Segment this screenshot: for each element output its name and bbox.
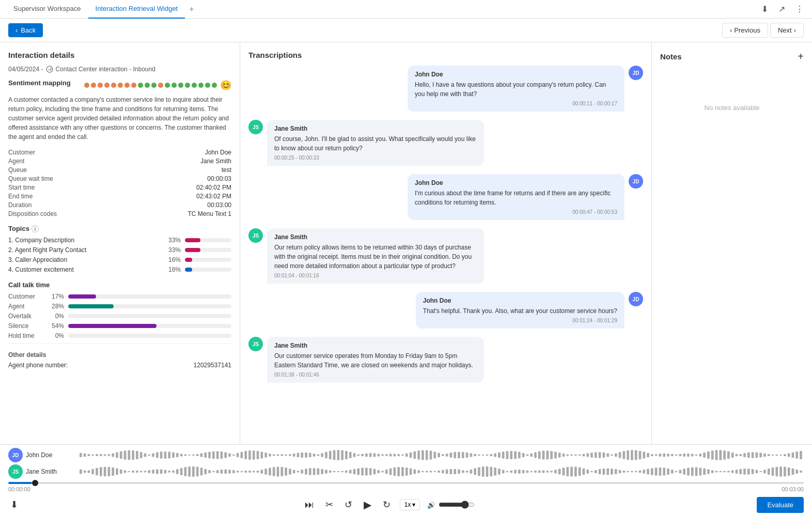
- svg-rect-112: [526, 454, 529, 456]
- svg-rect-47: [264, 452, 267, 457]
- svg-rect-118: [550, 451, 553, 459]
- back-button[interactable]: ‹ Back: [8, 23, 43, 37]
- svg-rect-345: [739, 469, 742, 474]
- svg-rect-186: [100, 467, 102, 476]
- svg-rect-203: [168, 471, 170, 473]
- download-audio-button[interactable]: ⬇: [8, 497, 20, 512]
- tab-supervisor[interactable]: Supervisor Workspace: [6, 0, 88, 19]
- svg-rect-128: [590, 452, 593, 458]
- svg-rect-225: [257, 471, 259, 473]
- evaluate-button[interactable]: Evaluate: [757, 497, 804, 513]
- svg-rect-24: [172, 452, 175, 458]
- svg-rect-272: [446, 470, 448, 474]
- svg-rect-125: [579, 455, 581, 456]
- add-tab-button[interactable]: +: [187, 3, 196, 16]
- current-time: 00:00:00: [8, 486, 30, 492]
- svg-rect-160: [719, 450, 722, 460]
- svg-rect-164: [736, 454, 738, 457]
- svg-rect-171: [763, 454, 766, 457]
- play-button[interactable]: ▶: [362, 496, 373, 513]
- previous-button[interactable]: ‹ Previous: [722, 23, 768, 38]
- svg-rect-193: [128, 471, 130, 472]
- svg-rect-101: [482, 455, 485, 456]
- svg-rect-237: [305, 469, 307, 474]
- svg-rect-192: [124, 471, 127, 473]
- svg-rect-42: [244, 451, 247, 459]
- svg-rect-6: [100, 454, 102, 456]
- svg-rect-33: [208, 452, 211, 459]
- progress-thumb: [32, 480, 38, 486]
- svg-rect-330: [679, 470, 682, 474]
- svg-rect-25: [176, 453, 179, 457]
- talk-bar-bg: [68, 314, 231, 318]
- svg-rect-45: [257, 451, 259, 459]
- svg-rect-340: [719, 471, 722, 472]
- svg-rect-142: [647, 453, 649, 457]
- track1-avatar: JD: [8, 448, 23, 462]
- transcriptions-title: Transcriptions: [248, 51, 643, 59]
- svg-rect-304: [574, 467, 577, 477]
- svg-rect-227: [264, 469, 267, 474]
- svg-rect-179: [795, 451, 798, 459]
- svg-rect-287: [506, 471, 509, 473]
- skip-back-button[interactable]: ⏭: [303, 497, 316, 512]
- svg-rect-55: [297, 453, 300, 457]
- svg-rect-7: [104, 454, 106, 456]
- svg-rect-229: [273, 467, 275, 476]
- svg-rect-334: [695, 467, 698, 476]
- svg-rect-356: [784, 467, 786, 477]
- svg-rect-196: [140, 471, 143, 473]
- svg-rect-178: [792, 452, 794, 458]
- notes-header: Notes +: [660, 51, 804, 63]
- svg-rect-313: [611, 469, 613, 475]
- next-button[interactable]: Next ›: [770, 23, 804, 38]
- messages-list: John Doe Hello, I have a few questions a…: [248, 66, 643, 383]
- download-icon[interactable]: ⬇: [759, 2, 770, 16]
- svg-rect-238: [309, 468, 311, 475]
- volume-slider[interactable]: [439, 501, 475, 509]
- svg-rect-327: [667, 469, 669, 475]
- svg-rect-155: [699, 454, 701, 457]
- speed-button[interactable]: 1x ▾: [400, 499, 420, 510]
- tab-widget[interactable]: Interaction Retrieval Widget: [88, 0, 185, 19]
- svg-rect-68: [349, 452, 352, 458]
- svg-rect-96: [462, 452, 464, 458]
- svg-rect-180: [800, 451, 802, 459]
- svg-rect-145: [659, 454, 662, 457]
- svg-rect-348: [752, 469, 754, 474]
- svg-rect-335: [699, 467, 701, 475]
- svg-rect-353: [772, 467, 774, 476]
- svg-rect-94: [454, 452, 456, 458]
- svg-rect-48: [269, 454, 271, 457]
- main-content: Interaction details 04/05/2024 - Contact…: [0, 42, 812, 444]
- svg-rect-270: [438, 471, 440, 473]
- svg-rect-79: [394, 454, 396, 456]
- svg-rect-209: [192, 466, 195, 477]
- svg-rect-21: [160, 451, 163, 458]
- forward-button[interactable]: ↻: [381, 497, 393, 512]
- svg-rect-28: [188, 455, 191, 456]
- bubble-right: John Doe I'm curious about the time fram…: [408, 174, 624, 220]
- svg-rect-2: [84, 454, 86, 457]
- svg-rect-69: [353, 453, 356, 457]
- external-link-icon[interactable]: ↗: [776, 2, 787, 16]
- svg-rect-95: [458, 452, 460, 459]
- svg-rect-299: [554, 470, 557, 474]
- svg-rect-268: [430, 471, 432, 472]
- more-options-icon[interactable]: ⋮: [793, 2, 806, 16]
- time-row: 00:00:00 00:03:00: [8, 486, 804, 492]
- svg-rect-217: [224, 470, 227, 474]
- rewind-button[interactable]: ↺: [342, 497, 354, 512]
- svg-rect-301: [563, 468, 565, 476]
- svg-rect-129: [595, 452, 597, 458]
- cut-button[interactable]: ✂: [323, 497, 335, 512]
- progress-bar[interactable]: [8, 482, 804, 484]
- audio-track-2: JS Jane Smith: [8, 464, 804, 479]
- svg-rect-214: [212, 471, 215, 472]
- add-note-button[interactable]: +: [798, 51, 804, 63]
- svg-rect-157: [707, 451, 710, 459]
- svg-rect-137: [627, 450, 629, 460]
- svg-rect-10: [116, 452, 118, 458]
- svg-rect-273: [450, 469, 452, 474]
- svg-rect-93: [450, 452, 452, 457]
